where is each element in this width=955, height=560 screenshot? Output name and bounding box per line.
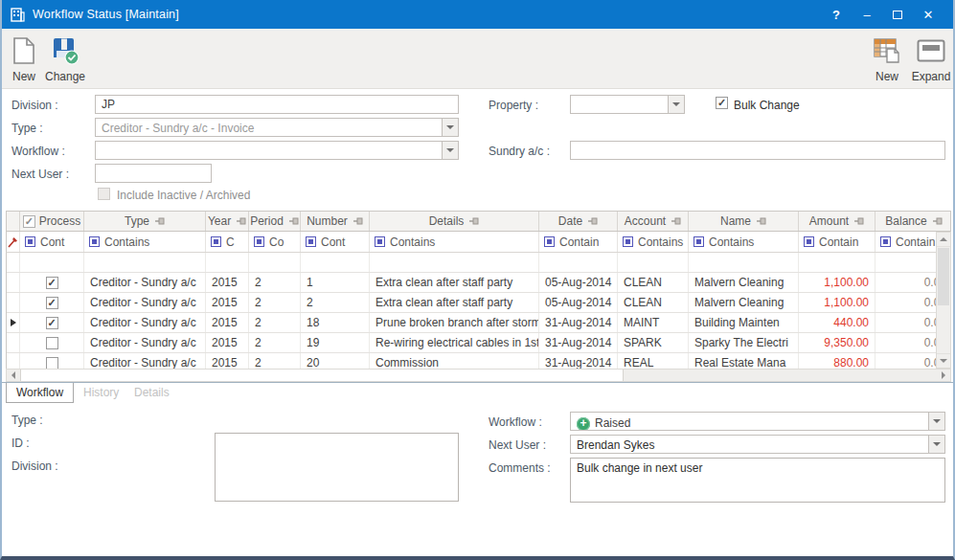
column-header-label: Balance: [885, 214, 926, 228]
window-title: Workflow Status [Maintain]: [33, 8, 179, 21]
help-button[interactable]: ?: [821, 0, 852, 29]
column-header-name[interactable]: Name: [689, 212, 799, 231]
filter-condition-label: Contains: [638, 235, 683, 249]
column-header-details[interactable]: Details: [370, 212, 539, 231]
property-combo-dropdown-button[interactable]: [668, 96, 684, 113]
scroll-down-button[interactable]: [937, 353, 950, 368]
minimize-button[interactable]: –: [852, 0, 882, 29]
process-checkbox[interactable]: [46, 337, 58, 349]
filter-cell-date[interactable]: Contain: [539, 232, 618, 252]
division-input[interactable]: JP: [95, 95, 459, 114]
property-combo[interactable]: [570, 95, 685, 114]
pin-icon: [854, 217, 864, 225]
cell-details: Extra clean after staff party: [370, 273, 539, 292]
process-checkbox[interactable]: ✓: [46, 277, 58, 289]
column-header-balance[interactable]: Balance: [875, 212, 952, 231]
cell-type: Creditor - Sundry a/c: [84, 353, 206, 369]
detail-workflow-dropdown-button[interactable]: [928, 413, 944, 430]
filter-condition-icon: [254, 236, 264, 247]
type-combo[interactable]: Creditor - Sundry a/c - Invoice: [95, 118, 459, 137]
horizontal-scroll-thumb[interactable]: [20, 370, 624, 381]
cell-type: Creditor - Sundry a/c: [84, 333, 206, 352]
detail-description-box[interactable]: [215, 433, 459, 502]
column-header-process[interactable]: ✓Process: [20, 212, 84, 231]
column-header-type[interactable]: Type: [84, 212, 206, 231]
close-button[interactable]: ✕: [913, 0, 944, 29]
filter-condition-label: Co: [269, 235, 284, 249]
table-row[interactable]: ✓Creditor - Sundry a/c2015218Prune broke…: [7, 313, 950, 333]
cell-number: 2: [301, 293, 370, 312]
chevron-down-icon: [933, 419, 941, 423]
vertical-scroll-thumb[interactable]: [938, 248, 949, 305]
next-user-filter-label: Next User :: [11, 168, 69, 181]
column-header-number[interactable]: Number: [301, 212, 370, 231]
filter-cell-number[interactable]: Cont: [301, 232, 370, 252]
detail-workflow-combo[interactable]: + Raised: [570, 412, 945, 431]
filter-cell-type[interactable]: Contains: [84, 232, 206, 252]
column-header-year[interactable]: Year: [206, 212, 249, 231]
grid-horizontal-scrollbar[interactable]: [6, 369, 951, 382]
workflow-filter-combo[interactable]: [95, 141, 459, 160]
filter-row-indicator: [7, 232, 20, 252]
filter-condition-label: Contain: [896, 235, 935, 249]
cell-period: 2: [249, 313, 301, 332]
scroll-left-button[interactable]: [7, 370, 20, 381]
filter-cell-name[interactable]: Contains: [689, 232, 799, 252]
grid-body: ✓Creditor - Sundry a/c201521Extra clean …: [6, 253, 951, 369]
bulk-change-checkbox[interactable]: ✓: [716, 97, 728, 109]
table-row[interactable]: Creditor - Sundry a/c2015219Re-wiring el…: [7, 333, 950, 353]
grid-vertical-scrollbar[interactable]: [936, 232, 951, 369]
filter-condition-icon: [880, 236, 891, 247]
new-document-icon: [8, 34, 40, 67]
cell-date: 31-Aug-2014: [539, 353, 618, 369]
filter-cell-account[interactable]: Contains: [618, 232, 689, 252]
detail-tab-strip: Workflow History Details: [2, 382, 953, 402]
row-indicator: [7, 313, 20, 332]
pin-icon: [933, 217, 943, 225]
pin-icon: [237, 217, 246, 225]
scroll-up-button[interactable]: [937, 233, 950, 247]
process-checkbox[interactable]: ✓: [46, 317, 58, 329]
detail-comments-textarea[interactable]: Bulk change in next user: [570, 458, 945, 503]
tab-workflow[interactable]: Workflow: [6, 383, 74, 403]
type-combo-dropdown-button[interactable]: [442, 119, 458, 136]
change-button[interactable]: Change: [42, 34, 88, 83]
process-cell: [20, 353, 84, 369]
sundry-input[interactable]: [570, 141, 945, 160]
column-header-amount[interactable]: Amount: [799, 212, 875, 231]
cell-year: 2015: [206, 333, 249, 352]
expand-button[interactable]: Expand: [909, 34, 953, 83]
detail-next-user-combo[interactable]: Brendan Sykes: [570, 435, 945, 454]
filter-cell-amount[interactable]: Contain: [799, 232, 875, 252]
table-row[interactable]: ✓Creditor - Sundry a/c201521Extra clean …: [7, 273, 950, 293]
next-user-filter-input[interactable]: [95, 164, 212, 183]
cell-name: Sparky The Electri: [689, 333, 799, 352]
detail-next-user-dropdown-button[interactable]: [928, 436, 944, 453]
column-header-period[interactable]: Period: [249, 212, 301, 231]
column-header-date[interactable]: Date: [539, 212, 618, 231]
app-icon: [11, 8, 25, 22]
filter-cell-process[interactable]: Cont: [20, 232, 84, 252]
pin-icon: [353, 217, 363, 225]
chevron-down-icon: [933, 442, 941, 446]
filter-cell-year[interactable]: C: [206, 232, 249, 252]
table-row[interactable]: ✓Creditor - Sundry a/c201522Extra clean …: [7, 293, 950, 313]
select-all-checkbox[interactable]: ✓: [23, 215, 35, 228]
cell-number: 19: [301, 333, 370, 352]
column-header-label: Date: [558, 214, 582, 228]
new-button[interactable]: New: [8, 34, 40, 83]
grid-new-button[interactable]: New: [869, 34, 905, 83]
filter-row-edit-icon: [8, 236, 18, 248]
column-header-account[interactable]: Account: [618, 212, 689, 231]
filter-cell-period[interactable]: Co: [249, 232, 301, 252]
process-cell: ✓: [20, 273, 84, 292]
workflow-combo-dropdown-button[interactable]: [442, 142, 458, 159]
detail-comments-label: Comments :: [489, 461, 551, 475]
maximize-button[interactable]: [882, 0, 913, 29]
process-checkbox[interactable]: [46, 357, 58, 370]
filter-cell-details[interactable]: Contains: [370, 232, 539, 252]
scroll-right-button[interactable]: [937, 370, 950, 381]
cell-year: 2015: [206, 273, 249, 292]
table-row[interactable]: Creditor - Sundry a/c2015220Commission31…: [7, 353, 950, 369]
process-checkbox[interactable]: ✓: [46, 297, 58, 309]
